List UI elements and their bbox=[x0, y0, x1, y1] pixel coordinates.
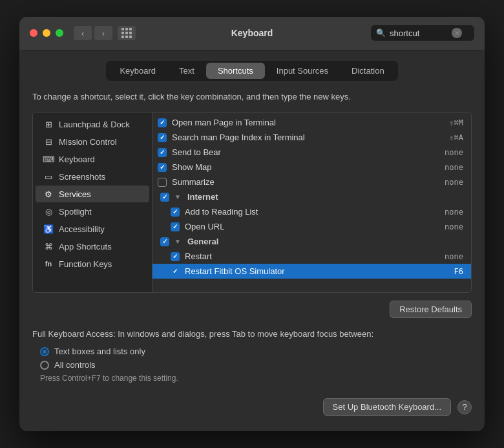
bottom-bar: Set Up Bluetooth Keyboard... ? bbox=[32, 390, 472, 421]
hint-text: Press Control+F7 to change this setting. bbox=[40, 374, 472, 383]
sidebar-item-function-keys[interactable]: fn Function Keys bbox=[36, 255, 149, 272]
spotlight-icon: ◎ bbox=[43, 206, 54, 217]
sidebar: ⊞ Launchpad & Dock ⊟ Mission Control ⌨ K… bbox=[33, 112, 152, 292]
shortcut-name: Restart Fitbit OS Simulator bbox=[185, 266, 449, 276]
tab-shortcuts[interactable]: Shortcuts bbox=[206, 63, 265, 79]
search-input[interactable] bbox=[390, 28, 448, 38]
accessibility-icon: ♿ bbox=[43, 224, 54, 234]
shortcut-checkbox[interactable] bbox=[158, 178, 167, 187]
radio-label-text-boxes: Text boxes and lists only bbox=[54, 347, 145, 356]
sidebar-item-mission-control[interactable]: ⊟ Mission Control bbox=[36, 133, 149, 150]
shortcut-row[interactable]: Show Map none bbox=[152, 160, 471, 175]
shortcut-row[interactable]: Open man Page in Terminal ⇧⌘M bbox=[152, 115, 471, 130]
shortcut-group-internet[interactable]: ▼ Internet bbox=[152, 189, 471, 204]
sidebar-item-keyboard[interactable]: ⌨ Keyboard bbox=[36, 151, 149, 167]
shortcut-key: ⇧⌘A bbox=[449, 133, 463, 142]
radio-label-all-controls: All controls bbox=[54, 360, 96, 370]
launchpad-icon: ⊞ bbox=[43, 119, 54, 129]
sidebar-item-screenshots[interactable]: ▭ Screenshots bbox=[36, 168, 149, 185]
shortcut-key: none bbox=[445, 163, 463, 172]
sidebar-item-accessibility[interactable]: ♿ Accessibility bbox=[36, 220, 149, 237]
sidebar-item-label: Function Keys bbox=[59, 259, 112, 269]
shortcut-checkbox[interactable] bbox=[158, 133, 167, 142]
search-icon: 🔍 bbox=[376, 28, 386, 37]
window: ‹ › Keyboard 🔍 ✕ Keyboard Text Shortcuts… bbox=[19, 17, 485, 431]
group-arrow-icon: ▼ bbox=[174, 238, 181, 245]
sidebar-item-label: Mission Control bbox=[59, 137, 117, 147]
search-clear-button[interactable]: ✕ bbox=[452, 28, 462, 38]
group-arrow-icon: ▼ bbox=[174, 193, 181, 200]
shortcut-name: Open man Page in Terminal bbox=[172, 118, 444, 127]
grid-view-button[interactable] bbox=[118, 26, 136, 40]
radio-option-all-controls[interactable]: All controls bbox=[40, 360, 472, 370]
shortcut-name: Internet bbox=[187, 192, 458, 202]
shortcut-checkbox[interactable] bbox=[158, 148, 167, 157]
sidebar-item-label: Launchpad & Dock bbox=[59, 120, 130, 129]
shortcuts-list: Open man Page in Terminal ⇧⌘M Search man… bbox=[152, 112, 471, 292]
tab-keyboard[interactable]: Keyboard bbox=[108, 63, 167, 79]
tab-input-sources[interactable]: Input Sources bbox=[265, 63, 340, 79]
restore-defaults-row: Restore Defaults bbox=[32, 301, 472, 318]
shortcut-key: none bbox=[445, 208, 463, 217]
shortcut-name: Send to Bear bbox=[172, 147, 439, 157]
shortcut-row[interactable]: Restart none bbox=[152, 249, 471, 264]
minimize-button[interactable] bbox=[43, 29, 50, 37]
tab-text[interactable]: Text bbox=[167, 63, 206, 79]
radio-text-boxes[interactable] bbox=[40, 347, 49, 356]
sidebar-item-spotlight[interactable]: ◎ Spotlight bbox=[36, 203, 149, 220]
grid-icon bbox=[121, 28, 132, 38]
screenshots-icon: ▭ bbox=[43, 171, 54, 182]
shortcut-row[interactable]: Add to Reading List none bbox=[152, 204, 471, 219]
shortcut-checkbox[interactable] bbox=[171, 252, 180, 261]
search-box: 🔍 ✕ bbox=[371, 25, 474, 41]
maximize-button[interactable] bbox=[56, 29, 63, 37]
sidebar-item-app-shortcuts[interactable]: ⌘ App Shortcuts bbox=[36, 238, 149, 255]
radio-option-text-boxes[interactable]: Text boxes and lists only bbox=[40, 347, 472, 356]
tab-bar-container: Keyboard Text Shortcuts Input Sources Di… bbox=[32, 61, 472, 81]
tab-bar: Keyboard Text Shortcuts Input Sources Di… bbox=[106, 61, 397, 81]
tab-dictation[interactable]: Dictation bbox=[340, 63, 396, 79]
shortcut-name: Show Map bbox=[172, 162, 439, 172]
shortcut-name: Summarize bbox=[172, 177, 439, 187]
sidebar-item-launchpad[interactable]: ⊞ Launchpad & Dock bbox=[36, 116, 149, 133]
shortcut-row[interactable]: Summarize none bbox=[152, 175, 471, 189]
shortcut-row[interactable]: Send to Bear none bbox=[152, 145, 471, 160]
forward-button[interactable]: › bbox=[94, 26, 112, 40]
shortcut-key: none bbox=[445, 178, 463, 187]
shortcut-group-general[interactable]: ▼ General bbox=[152, 234, 471, 249]
restore-defaults-button[interactable]: Restore Defaults bbox=[390, 301, 472, 318]
shortcut-name: Search man Page Index in Terminal bbox=[172, 133, 444, 142]
shortcut-row[interactable]: Search man Page Index in Terminal ⇧⌘A bbox=[152, 130, 471, 145]
services-icon: ⚙ bbox=[43, 189, 54, 199]
sidebar-item-label: App Shortcuts bbox=[59, 242, 112, 251]
main-area: ⊞ Launchpad & Dock ⊟ Mission Control ⌨ K… bbox=[32, 112, 472, 293]
sidebar-item-label: Screenshots bbox=[59, 172, 105, 182]
sidebar-item-services[interactable]: ⚙ Services bbox=[36, 186, 149, 202]
shortcut-name: Add to Reading List bbox=[185, 207, 439, 217]
nav-buttons: ‹ › bbox=[74, 26, 112, 40]
radio-all-controls[interactable] bbox=[40, 361, 49, 370]
shortcut-checkbox[interactable] bbox=[171, 208, 180, 217]
shortcut-checkbox[interactable] bbox=[171, 222, 180, 231]
back-button[interactable]: ‹ bbox=[74, 26, 92, 40]
shortcut-row-selected[interactable]: Restart Fitbit OS Simulator F6 bbox=[152, 264, 471, 279]
shortcut-checkbox[interactable] bbox=[160, 193, 169, 202]
keyboard-access-title: Full Keyboard Access: In windows and dia… bbox=[32, 328, 472, 340]
shortcut-checkbox[interactable] bbox=[171, 267, 180, 276]
function-keys-icon: fn bbox=[43, 259, 54, 269]
help-button[interactable]: ? bbox=[457, 400, 472, 414]
traffic-lights bbox=[30, 29, 63, 37]
shortcut-checkbox[interactable] bbox=[160, 237, 169, 246]
shortcut-checkbox[interactable] bbox=[158, 163, 167, 172]
bluetooth-keyboard-button[interactable]: Set Up Bluetooth Keyboard... bbox=[323, 398, 451, 416]
shortcut-row[interactable]: Open URL none bbox=[152, 219, 471, 234]
shortcut-checkbox[interactable] bbox=[158, 118, 167, 127]
close-button[interactable] bbox=[30, 29, 37, 37]
shortcut-name: General bbox=[187, 237, 458, 246]
shortcut-key: none bbox=[445, 148, 463, 157]
sidebar-item-label: Spotlight bbox=[59, 207, 92, 217]
shortcut-name: Restart bbox=[185, 251, 439, 261]
sidebar-item-label: Accessibility bbox=[59, 224, 105, 234]
sidebar-item-label: Services bbox=[59, 189, 91, 199]
window-title: Keyboard bbox=[231, 28, 273, 38]
